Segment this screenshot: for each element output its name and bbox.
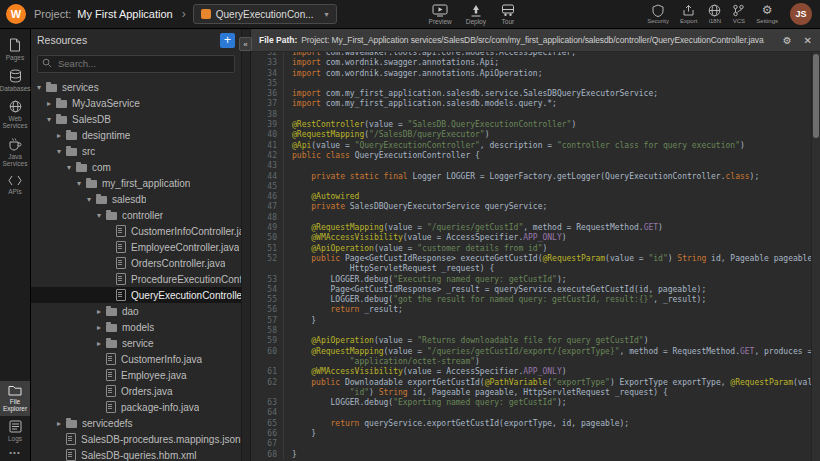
code-line[interactable]: 45 — [251, 182, 820, 192]
tree-item-queryexecutioncontroller-java[interactable]: QueryExecutionController.java — [31, 287, 241, 303]
caret-down-icon[interactable]: ▾ — [47, 115, 56, 124]
code-line[interactable]: 38 — [251, 110, 820, 120]
security-button[interactable]: Security — [647, 4, 669, 24]
caret-right-icon[interactable]: ▸ — [57, 419, 66, 428]
code-line[interactable]: 36import com.my_first_application.salesd… — [251, 89, 820, 99]
tree-item-orders-java[interactable]: Orders.java — [31, 383, 241, 399]
code-line[interactable]: 68} — [251, 450, 820, 460]
rail-item-web-services[interactable]: Web Services — [0, 96, 30, 133]
rail-item-apis[interactable]: APIs — [0, 171, 30, 199]
tree-item-customerinfocontroller-java[interactable]: CustomerInfoController.java — [31, 223, 241, 239]
code-line[interactable]: 51 @ApiOperation(value = "customer detai… — [251, 244, 820, 254]
code-line[interactable]: "application/octet-stream") — [251, 357, 820, 367]
code-line[interactable]: 33import com.wordnik.swagger.annotations… — [251, 58, 820, 68]
caret-right-icon[interactable]: ▸ — [47, 99, 56, 108]
caret-down-icon[interactable]: ▾ — [77, 179, 86, 188]
collapse-panel-button[interactable]: « — [239, 37, 252, 51]
code-line[interactable]: 58 — [251, 326, 820, 336]
caret-down-icon[interactable]: ▾ — [67, 163, 76, 172]
more-options-icon[interactable]: ••• — [9, 448, 20, 457]
caret-down-icon[interactable]: ▾ — [87, 195, 96, 204]
tree-item-salesdb-procedures-mappings-json[interactable]: SalesDB-procedures.mappings.json — [31, 431, 241, 447]
code-line[interactable]: 50 @WMAccessVisibility(value = AccessSpe… — [251, 233, 820, 243]
caret-down-icon[interactable]: ▾ — [57, 147, 66, 156]
tree-item-models[interactable]: ▸models — [31, 319, 241, 335]
tree-item-my-first-application[interactable]: ▾my_first_application — [31, 175, 241, 191]
tree-item-myjavaservice[interactable]: ▸MyJavaService — [31, 95, 241, 111]
tree-item-service[interactable]: ▸service — [31, 335, 241, 351]
code-line[interactable]: 42public class QueryExecutionController … — [251, 151, 820, 161]
rail-item-logs[interactable]: Logs — [0, 416, 30, 446]
tree-item-salesdb-queries-hbm-xml[interactable]: SalesDB-queries.hbm.xml — [31, 447, 241, 461]
caret-right-icon[interactable]: ▸ — [97, 323, 106, 332]
code-line[interactable]: 41@Api(value = "QueryExecutionController… — [251, 141, 820, 151]
code-line[interactable]: 57 } — [251, 316, 820, 326]
code-line[interactable]: 54 Page<GetCustIdResponse> _result = que… — [251, 285, 820, 295]
code-line[interactable]: 59 @ApiOperation(value = "Returns downlo… — [251, 336, 820, 346]
tour-button[interactable]: Tour — [500, 4, 516, 25]
caret-down-icon[interactable]: ▾ — [37, 83, 46, 92]
code-line[interactable]: 44 private static final Logger LOGGER = … — [251, 172, 820, 182]
code-line[interactable]: "id") String id, Pageable pageable, Http… — [251, 388, 820, 398]
caret-down-icon[interactable]: ▾ — [97, 211, 106, 220]
code-line[interactable]: 35 — [251, 79, 820, 89]
code-line[interactable]: 43 — [251, 161, 820, 171]
caret-right-icon[interactable]: ▸ — [57, 131, 66, 140]
code-line[interactable]: 53 LOGGER.debug("Executing named query: … — [251, 275, 820, 285]
tree-item-orderscontroller-java[interactable]: OrdersController.java — [31, 255, 241, 271]
i18n-button[interactable]: i18N — [708, 4, 721, 24]
code-line[interactable]: 61 @WMAccessVisibility(value = AccessSpe… — [251, 367, 820, 377]
code-line[interactable]: HttpServletRequest _request) { — [251, 264, 820, 274]
deploy-button[interactable]: Deploy — [466, 4, 486, 25]
code-line[interactable]: 52 public Page<GetCustIdResponse> execut… — [251, 254, 820, 264]
preview-button[interactable]: Preview — [429, 4, 452, 25]
vcs-button[interactable]: VCS — [732, 4, 745, 24]
rail-item-pages[interactable]: Pages — [0, 34, 30, 65]
code-line[interactable]: 49 @RequestMapping(value = "/queries/get… — [251, 223, 820, 233]
tree-item-customerinfo-java[interactable]: CustomerInfo.java — [31, 351, 241, 367]
code-line[interactable]: 46 @Autowired — [251, 192, 820, 202]
code-line[interactable]: 67 — [251, 439, 820, 449]
tree-item-com[interactable]: ▾com — [31, 159, 241, 175]
code-line[interactable]: 48 — [251, 213, 820, 223]
code-editor[interactable]: 32import com.wavemaker.tools.api.core.mo… — [251, 52, 820, 461]
tree-item-employee-java[interactable]: Employee.java — [31, 367, 241, 383]
code-line[interactable]: 63 LOGGER.debug("Exporting named query: … — [251, 398, 820, 408]
editor-scrollbar[interactable] — [811, 52, 820, 461]
tree-item-services[interactable]: ▾services — [31, 79, 241, 95]
code-line[interactable]: 62 public Downloadable exportGetCustId(@… — [251, 378, 820, 388]
export-button[interactable]: Export — [680, 4, 697, 24]
open-file-dropdown[interactable]: QueryExecutionCon... ▾ — [193, 4, 337, 24]
wavemaker-logo-icon[interactable]: W — [6, 4, 26, 24]
code-line[interactable]: 40@RequestMapping("/SalesDB/queryExecuto… — [251, 130, 820, 140]
settings-button[interactable]: ⚙ Settings — [756, 4, 778, 24]
caret-right-icon[interactable]: ▸ — [97, 339, 106, 348]
tree-item-package-info-java[interactable]: package-info.java — [31, 399, 241, 415]
tree-item-src[interactable]: ▾src — [31, 143, 241, 159]
code-line[interactable]: 65 return queryService.exportGetCustId(e… — [251, 419, 820, 429]
code-line[interactable]: 34import com.wordnik.swagger.annotations… — [251, 69, 820, 79]
code-line[interactable]: 64 — [251, 408, 820, 418]
add-resource-button[interactable]: + — [220, 33, 235, 48]
tree-item-employeecontroller-java[interactable]: EmployeeController.java — [31, 239, 241, 255]
code-line[interactable]: 39@RestController(value = "SalesDB.Query… — [251, 120, 820, 130]
code-line[interactable]: 56 return _result; — [251, 305, 820, 315]
scrollbar-thumb[interactable] — [813, 54, 819, 138]
tree-item-salesdb[interactable]: ▾SalesDB — [31, 111, 241, 127]
file-settings-gear-icon[interactable]: ⚙ — [783, 35, 792, 46]
tree-item-salesdb[interactable]: ▾salesdb — [31, 191, 241, 207]
code-line[interactable]: 37import com.my_first_application.salesd… — [251, 99, 820, 109]
avatar[interactable]: JS — [790, 3, 812, 25]
rail-item-java-services[interactable]: Java Services — [0, 133, 30, 171]
tree-item-dao[interactable]: ▸dao — [31, 303, 241, 319]
code-line[interactable]: 66 } — [251, 429, 820, 439]
rail-item-file-explorer[interactable]: File Explorer — [0, 381, 30, 416]
search-input[interactable] — [37, 55, 235, 73]
code-line[interactable]: 55 LOGGER.debug("got the result for name… — [251, 295, 820, 305]
close-file-icon[interactable]: ✕ — [804, 35, 812, 46]
code-line[interactable]: 47 private SalesDBQueryExecutorService q… — [251, 202, 820, 212]
caret-right-icon[interactable]: ▸ — [97, 307, 106, 316]
rail-item-databases[interactable]: Databases — [0, 65, 30, 96]
tree-item-procedureexecutioncontroller-java[interactable]: ProcedureExecutionController.java — [31, 271, 241, 287]
tree-item-servicedefs[interactable]: ▸servicedefs — [31, 415, 241, 431]
